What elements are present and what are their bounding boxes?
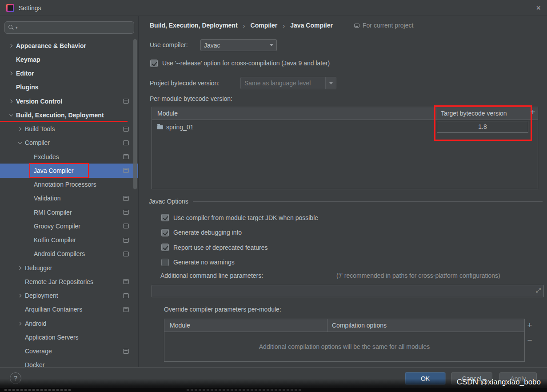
chevron-right-icon[interactable]	[9, 71, 13, 76]
module-table-row[interactable]: spring_011.8	[152, 120, 538, 134]
sidebar-item-kotlin-compiler[interactable]: Kotlin Compiler	[0, 233, 139, 247]
sidebar-item-java-compiler[interactable]: Java Compiler	[0, 164, 139, 177]
sidebar-item-android-compilers[interactable]: Android Compilers	[0, 247, 139, 261]
checkbox-generate-no-warnings[interactable]: Generate no warnings	[161, 255, 318, 270]
sidebar-item-plugins[interactable]: Plugins	[0, 80, 139, 94]
sidebar-item-build-tools[interactable]: Build Tools	[0, 122, 139, 136]
module-cell[interactable]: spring_01	[152, 124, 436, 131]
sidebar-item-arquillian-containers[interactable]: Arquillian Containers	[0, 303, 139, 316]
override-params-label: Override compiler parameters per-module:	[164, 304, 281, 315]
search-input[interactable]	[19, 24, 130, 32]
chevron-right-icon[interactable]	[18, 321, 22, 326]
chevron-right-icon[interactable]	[18, 293, 22, 298]
watermark: CSDN @xiangxiao_bobo	[457, 378, 541, 387]
background-artifact	[4, 389, 71, 391]
settings-search-box[interactable]: ▾	[4, 21, 134, 34]
sidebar-item-label: Plugins	[16, 84, 39, 91]
sidebar-item-annotation-processors[interactable]: Annotation Processors	[0, 178, 139, 192]
chevron-spacer	[27, 224, 31, 228]
chevron-right-icon[interactable]	[18, 266, 22, 270]
chevron-spacer	[9, 85, 13, 89]
chevron-right-icon[interactable]	[18, 127, 22, 131]
chevron-right-icon[interactable]	[9, 44, 13, 48]
breadcrumb-item-build-execution-deployment[interactable]: Build, Execution, Deployment	[150, 22, 238, 29]
sidebar-item-rmi-compiler[interactable]: RMI Compiler	[0, 205, 139, 219]
sidebar-item-validation[interactable]: Validation	[0, 192, 139, 205]
additional-params-input[interactable]	[152, 285, 544, 297]
sidebar-item-application-servers[interactable]: Application Servers	[0, 330, 139, 344]
add-icon[interactable]: +	[525, 321, 534, 330]
checkbox-use-compiler-from-module-target-jdk-when-possible[interactable]: Use compiler from module target JDK when…	[161, 210, 318, 225]
checkbox-report-use-of-deprecated-features[interactable]: Report use of deprecated features	[161, 240, 318, 255]
sidebar-item-build-execution-deployment[interactable]: Build, Execution, Deployment	[0, 108, 139, 122]
help-button[interactable]: ?	[10, 372, 21, 384]
target-bytecode-version-cell[interactable]: 1.8	[437, 121, 528, 133]
add-icon[interactable]: +	[528, 108, 537, 116]
per-project-settings-icon	[123, 238, 129, 243]
release-option-checkbox[interactable]: Use '--release' option for cross-compila…	[150, 57, 330, 69]
monitor-icon	[354, 24, 359, 28]
close-icon[interactable]: ×	[536, 4, 541, 12]
chevron-down-icon[interactable]	[18, 140, 22, 145]
per-project-settings-icon	[123, 307, 129, 312]
scope-label: For current project	[363, 22, 413, 29]
per-project-settings-icon	[123, 140, 129, 145]
checkbox-icon[interactable]	[161, 229, 169, 236]
per-project-settings-icon	[123, 210, 129, 215]
use-compiler-select[interactable]: Javac	[200, 39, 277, 51]
sidebar-item-debugger[interactable]: Debugger	[0, 261, 139, 275]
breadcrumb-item-java-compiler[interactable]: Java Compiler	[290, 22, 333, 29]
sidebar-item-label: Coverage	[25, 348, 52, 355]
sidebar-item-docker[interactable]: Docker	[0, 358, 139, 367]
expand-icon[interactable]: ⤢	[536, 287, 541, 294]
sidebar-item-label: Build Tools	[25, 125, 55, 132]
breadcrumb-item-compiler[interactable]: Compiler	[251, 22, 278, 29]
column-header-module[interactable]: Module	[164, 322, 327, 329]
chevron-spacer	[27, 168, 31, 173]
per-project-settings-icon	[123, 127, 129, 132]
sidebar-item-deployment[interactable]: Deployment	[0, 289, 139, 303]
checkbox-icon[interactable]	[150, 60, 158, 67]
column-header-compilation-options[interactable]: Compilation options	[327, 319, 524, 332]
override-table-empty-area: Additional compilation options will be t…	[164, 332, 524, 361]
search-options-chevron-icon[interactable]: ▾	[16, 26, 18, 30]
column-header-target-bytecode-version[interactable]: Target bytecode version	[436, 107, 538, 120]
chevron-spacer	[27, 252, 31, 256]
sidebar-item-version-control[interactable]: Version Control	[0, 94, 139, 108]
sidebar-item-excludes[interactable]: Excludes	[0, 150, 139, 164]
project-bytecode-select[interactable]: Same as language level	[240, 77, 336, 89]
checkbox-generate-debugging-info[interactable]: Generate debugging info	[161, 225, 318, 240]
chevron-right-icon[interactable]	[9, 99, 13, 104]
sidebar-item-remote-jar-repositories[interactable]: Remote Jar Repositories	[0, 275, 139, 288]
sidebar-item-label: Groovy Compiler	[34, 223, 80, 230]
checkbox-icon[interactable]	[161, 259, 169, 266]
checkbox-icon[interactable]	[161, 244, 169, 251]
sidebar-item-label: Validation	[34, 195, 60, 202]
sidebar-scrollbar[interactable]	[133, 39, 137, 189]
project-bytecode-label: Project bytecode version:	[150, 77, 220, 89]
sidebar-item-compiler[interactable]: Compiler	[0, 136, 139, 150]
sidebar-item-keymap[interactable]: Keymap	[0, 52, 139, 66]
module-folder-icon	[157, 125, 163, 129]
sidebar-item-groovy-compiler[interactable]: Groovy Compiler	[0, 219, 139, 233]
sidebar: ▾ Appearance & BehaviorKeymapEditorPlugi…	[0, 16, 139, 367]
per-project-settings-icon	[123, 224, 129, 228]
chevron-down-icon[interactable]	[9, 113, 13, 117]
sidebar-item-editor[interactable]: Editor	[0, 67, 139, 80]
sidebar-item-label: Build, Execution, Deployment	[16, 112, 104, 119]
chevron-spacer	[18, 335, 22, 340]
combo-arrow-button[interactable]	[325, 77, 336, 89]
remove-icon[interactable]: −	[525, 336, 534, 345]
javac-options-list: Use compiler from module target JDK when…	[161, 210, 318, 270]
checkbox-label: Report use of deprecated features	[173, 244, 268, 251]
checkbox-icon[interactable]	[161, 214, 169, 221]
screenshot-bottom-strip	[0, 388, 547, 392]
sidebar-item-android[interactable]: Android	[0, 316, 139, 330]
checkbox-label: Use '--release' option for cross-compila…	[162, 60, 330, 67]
ok-button[interactable]: OK	[405, 372, 445, 384]
column-header-module[interactable]: Module	[152, 110, 436, 117]
sidebar-item-coverage[interactable]: Coverage	[0, 344, 139, 358]
per-project-settings-icon	[123, 279, 129, 284]
sidebar-item-appearance-behavior[interactable]: Appearance & Behavior	[0, 39, 139, 52]
per-project-settings-icon	[123, 293, 129, 298]
